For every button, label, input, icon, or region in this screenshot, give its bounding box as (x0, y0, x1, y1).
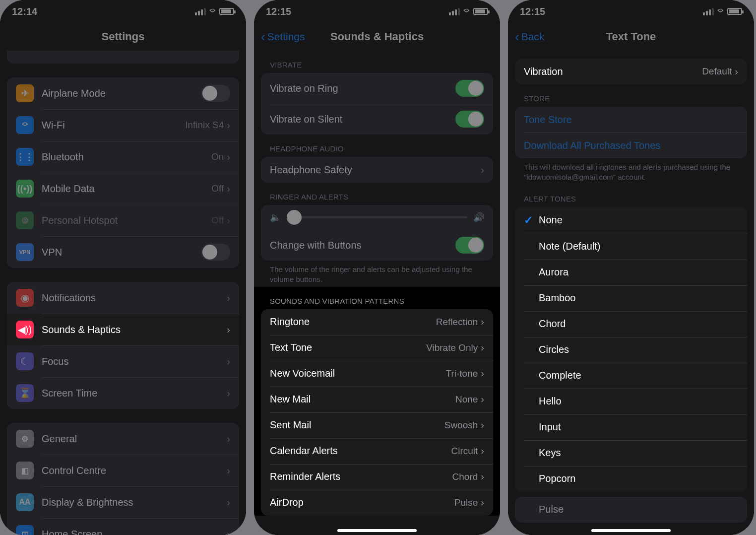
settings-row[interactable]: ◫Home Screen› (7, 518, 239, 535)
back-label: Back (521, 31, 545, 43)
tone-row[interactable]: Keys (515, 440, 747, 466)
cellular-icon (195, 8, 206, 15)
nav-bar: ‹ Back Text Tone (508, 23, 754, 51)
chevron-right-icon: › (227, 215, 230, 226)
row-label: Note (Default) (539, 241, 601, 252)
settings-row[interactable]: AADisplay & Brightness› (7, 486, 239, 518)
home-indicator[interactable] (591, 529, 671, 532)
chevron-right-icon: › (227, 529, 230, 535)
sound-pattern-row[interactable]: AirDropPulse› (261, 490, 493, 516)
row-label: Ringtone (270, 316, 310, 328)
sound-pattern-row[interactable]: Text ToneVibrate Only› (261, 335, 493, 361)
ringer-volume-slider[interactable]: 🔈 🔊 (261, 205, 493, 230)
row-label: VPN (42, 247, 62, 258)
toggle-switch[interactable] (455, 80, 484, 97)
row-icon: ((•)) (16, 180, 34, 198)
row-label: Personal Hotspot (42, 215, 118, 226)
settings-row[interactable]: ⊚Personal HotspotOff› (7, 204, 239, 236)
sounds-icon: ◀)) (16, 321, 34, 338)
tone-row[interactable]: Aurora (515, 260, 747, 285)
row-label: Circles (539, 344, 569, 355)
row-icon: ⌔ (16, 116, 34, 134)
tone-row[interactable]: Input (515, 414, 747, 440)
profile-card-peek[interactable] (7, 51, 239, 64)
chevron-right-icon: › (227, 433, 230, 445)
row-icon: ✈︎ (16, 84, 34, 102)
sounds-haptics-row[interactable]: ◀)) Sounds & Haptics › (7, 314, 239, 345)
notifications-row[interactable]: ◉ Notifications › (7, 282, 239, 314)
row-icon: AA (16, 493, 34, 511)
sound-pattern-row[interactable]: Calendar AlertsCircuit› (261, 438, 493, 464)
focus-icon: ☾ (16, 352, 34, 370)
row-icon: VPN (16, 243, 34, 261)
row-value: Swoosh (444, 420, 478, 431)
toggle-switch[interactable] (201, 244, 230, 261)
headphone-header: HEADPHONE AUDIO (261, 134, 493, 157)
tone-row[interactable]: Popcorn (515, 466, 747, 492)
sound-pattern-row[interactable]: Sent MailSwoosh› (261, 412, 493, 438)
row-label: Download All Purchased Tones (524, 140, 660, 151)
chevron-right-icon: › (227, 388, 230, 399)
download-purchased-row[interactable]: Download All Purchased Tones (515, 133, 747, 158)
wifi-icon: ⌔ (464, 6, 469, 17)
row-icon: ⊚ (16, 211, 34, 229)
sound-pattern-row[interactable]: New VoicemailTri-tone› (261, 361, 493, 387)
tone-row[interactable]: Bamboo (515, 285, 747, 311)
chevron-right-icon: › (227, 183, 230, 195)
headphone-group: Headphone Safety › (261, 157, 493, 183)
vibration-row[interactable]: Vibration Default › (515, 59, 747, 84)
screentime-row[interactable]: ⌛ Screen Time › (7, 377, 239, 409)
tone-row[interactable]: Complete (515, 363, 747, 389)
settings-row[interactable]: ⌔Wi-FiInfinix S4› (7, 109, 239, 141)
tone-row[interactable]: Pulse (515, 497, 747, 523)
tone-store-row[interactable]: Tone Store (515, 107, 747, 133)
settings-row[interactable]: ⚙︎General› (7, 423, 239, 455)
alert-tones-group: ✓NoneNote (Default)AuroraBambooChordCirc… (515, 207, 747, 492)
back-button[interactable]: ‹ Back (515, 23, 544, 51)
settings-row[interactable]: ✈︎Airplane Mode (7, 77, 239, 109)
row-value: Off (211, 183, 224, 194)
settings-row[interactable]: ◧Control Centre› (7, 455, 239, 486)
tone-row[interactable]: Circles (515, 337, 747, 363)
toggle-switch[interactable] (455, 111, 484, 128)
settings-row[interactable]: ⋮⋮BluetoothOn› (7, 141, 239, 173)
tone-row[interactable]: ✓None (515, 207, 747, 234)
sound-pattern-row[interactable]: New MailNone› (261, 387, 493, 412)
row-icon: ⋮⋮ (16, 148, 34, 166)
row-label: Complete (539, 370, 581, 381)
tone-row[interactable]: Note (Default) (515, 234, 747, 260)
battery-icon (219, 8, 234, 15)
alert-tones-header: ALERT TONES (515, 185, 747, 207)
toggle-switch[interactable] (455, 237, 484, 254)
settings-row[interactable]: VPNVPN (7, 236, 239, 268)
vibrate-on-ring-row[interactable]: Vibrate on Ring (261, 73, 493, 104)
row-label: Vibration (524, 66, 563, 77)
back-button[interactable]: ‹ Settings (261, 23, 305, 51)
row-label: New Voicemail (270, 368, 335, 379)
tone-row[interactable]: Hello (515, 389, 747, 414)
focus-row[interactable]: ☾ Focus › (7, 345, 239, 377)
sound-pattern-row[interactable]: RingtoneReflection› (261, 309, 493, 335)
page-title: Text Tone (606, 30, 656, 43)
vibrate-on-silent-row[interactable]: Vibrate on Silent (261, 104, 493, 134)
row-label: Tone Store (524, 114, 572, 126)
status-time: 12:14 (12, 6, 37, 17)
headphone-safety-row[interactable]: Headphone Safety › (261, 157, 493, 183)
home-indicator[interactable] (337, 529, 417, 532)
toggle-switch[interactable] (201, 85, 230, 102)
sound-pattern-row[interactable]: Reminder AlertsChord› (261, 464, 493, 490)
chevron-right-icon: › (735, 66, 738, 77)
chevron-right-icon: › (481, 445, 484, 457)
tone-row[interactable]: Chord (515, 311, 747, 337)
cellular-icon (703, 8, 714, 15)
notifications-icon: ◉ (16, 289, 34, 307)
status-time: 12:15 (266, 6, 291, 17)
store-group: Tone Store Download All Purchased Tones (515, 107, 747, 158)
change-with-buttons-row[interactable]: Change with Buttons (261, 230, 493, 261)
row-value: On (211, 151, 224, 162)
settings-root-screen: 12:14 ⌔ Settings ✈︎Airplane Mode⌔Wi-FiIn… (0, 0, 246, 535)
sounds-patterns-group: RingtoneReflection›Text ToneVibrate Only… (261, 309, 493, 516)
chevron-right-icon: › (227, 465, 230, 476)
settings-row[interactable]: ((•))Mobile DataOff› (7, 173, 239, 204)
row-label: Sounds & Haptics (42, 324, 121, 335)
